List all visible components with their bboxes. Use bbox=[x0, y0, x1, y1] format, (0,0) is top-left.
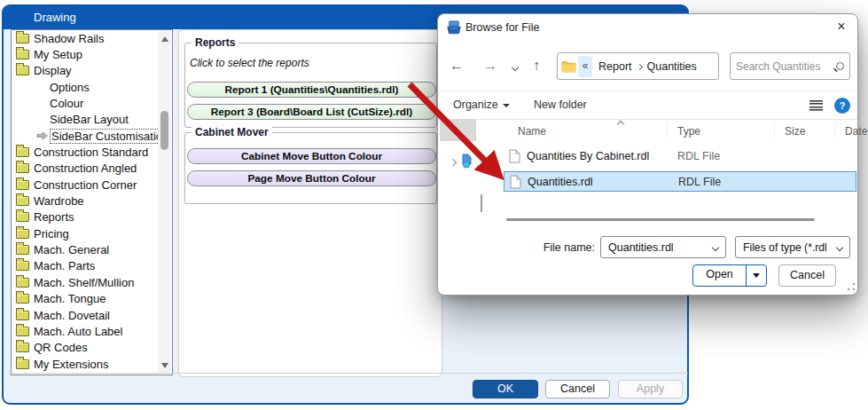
breadcrumb-separator-icon bbox=[636, 63, 642, 69]
tree-item-options[interactable]: Options bbox=[12, 79, 172, 95]
reports-group: Reports Click to select the reports Repo… bbox=[184, 43, 437, 128]
back-icon[interactable]: ← bbox=[450, 58, 464, 74]
tree-item-mach-auto-label[interactable]: Mach. Auto Label bbox=[12, 323, 172, 339]
folder-icon bbox=[16, 278, 29, 288]
search-input[interactable] bbox=[736, 60, 833, 73]
column-divider bbox=[667, 122, 668, 138]
scrollbar-thumb[interactable] bbox=[160, 111, 168, 150]
column-name[interactable]: Name bbox=[518, 125, 546, 138]
navpane-place-icon[interactable] bbox=[461, 154, 473, 169]
folder-icon bbox=[16, 50, 29, 59]
tree-item-wardrobe[interactable]: Wardrobe bbox=[12, 193, 172, 209]
folder-icon bbox=[16, 343, 29, 352]
folder-icon bbox=[16, 196, 29, 206]
breadcrumb-quantities[interactable]: Quantities bbox=[643, 60, 701, 73]
tree-item-my-setup[interactable]: My Setup bbox=[12, 46, 172, 62]
chevron-down-icon[interactable] bbox=[712, 243, 719, 250]
tree-item-colour[interactable]: Colour bbox=[12, 95, 172, 111]
breadcrumb-overflow-chevrons[interactable]: « bbox=[578, 56, 592, 77]
report3-button[interactable]: Report 3 (Board\Board List (CutSize).rdl… bbox=[187, 104, 436, 120]
folder-icon bbox=[16, 163, 29, 173]
folder-icon bbox=[16, 359, 29, 369]
column-divider bbox=[834, 122, 835, 138]
folder-icon bbox=[16, 294, 29, 304]
cabinet-mover-group-label: Cabinet Mover bbox=[192, 126, 272, 138]
file-row-quantities-selected[interactable]: Quantities.rdl RDL File bbox=[504, 171, 856, 192]
dialog-close-icon[interactable]: × bbox=[829, 17, 854, 36]
open-split-dropdown[interactable] bbox=[746, 265, 765, 286]
address-bar[interactable]: « Report Quantities bbox=[557, 52, 719, 80]
address-folder-icon bbox=[561, 60, 576, 73]
up-icon[interactable]: ↑ bbox=[533, 58, 540, 74]
tree-item-mach-shelf-mullion[interactable]: Mach. Shelf/Mullion bbox=[12, 274, 172, 290]
recent-locations-chevron-icon[interactable] bbox=[512, 64, 519, 71]
tree-item-my-extensions[interactable]: My Extensions bbox=[12, 356, 172, 372]
page-move-colour-button[interactable]: Page Move Button Colour bbox=[187, 170, 436, 186]
reports-hint: Click to select the reports bbox=[190, 57, 309, 69]
folder-icon bbox=[16, 261, 29, 271]
tree-item-mach-dovetail[interactable]: Mach. Dovetail bbox=[12, 307, 172, 323]
tree-item-mach-parts[interactable]: Mach. Parts bbox=[12, 258, 172, 274]
folder-icon bbox=[16, 229, 29, 239]
folder-icon bbox=[16, 212, 29, 222]
tree-item-mach-general[interactable]: Mach. General bbox=[12, 241, 172, 257]
open-button[interactable]: Open bbox=[692, 264, 767, 287]
cabinet-move-colour-button[interactable]: Cabinet Move Button Colour bbox=[187, 148, 436, 164]
tree-item-shadow-rails[interactable]: Shadow Rails bbox=[12, 30, 172, 46]
ok-button[interactable]: OK bbox=[473, 380, 538, 398]
file-name-combo bbox=[600, 236, 726, 258]
reports-group-label: Reports bbox=[192, 36, 239, 49]
sort-ascending-icon bbox=[617, 121, 624, 128]
screenshot-stage: Drawing × Shadow Rails My Setup Display … bbox=[0, 0, 868, 410]
tree-item-sidebar-customisation[interactable]: SideBar Customisation bbox=[12, 128, 172, 144]
breadcrumb-report[interactable]: Report bbox=[594, 60, 637, 73]
column-size[interactable]: Size bbox=[785, 125, 805, 138]
horizontal-scrollbar[interactable] bbox=[506, 218, 815, 221]
app-icon bbox=[446, 20, 462, 35]
folder-icon bbox=[16, 66, 29, 75]
navpane-scrollbar[interactable] bbox=[481, 194, 482, 212]
cabinet-mover-group: Cabinet Mover Cabinet Move Button Colour… bbox=[184, 132, 437, 204]
window-title: Drawing bbox=[34, 11, 76, 24]
drawing-cancel-button[interactable]: Cancel bbox=[545, 380, 610, 398]
tree-item-mach-tongue[interactable]: Mach. Tongue bbox=[12, 291, 172, 307]
help-icon[interactable]: ? bbox=[834, 98, 850, 114]
navpane-expander-icon[interactable] bbox=[450, 159, 457, 166]
dialog-cancel-button[interactable]: Cancel bbox=[778, 264, 836, 287]
browse-for-file-dialog: Browse for File × ← → ↑ « Report Quantit… bbox=[437, 13, 858, 296]
file-name-label: File name: bbox=[527, 241, 595, 254]
column-type[interactable]: Type bbox=[677, 125, 700, 138]
organize-caret-icon bbox=[503, 104, 510, 107]
column-divider bbox=[774, 122, 775, 138]
navpane-item[interactable] bbox=[440, 119, 476, 141]
file-row-quantities-by-cabinet[interactable]: Quantities By Cabinet.rdl RDL File bbox=[504, 146, 856, 167]
file-type-select[interactable]: Files of type (*.rdl bbox=[735, 236, 850, 258]
search-box bbox=[730, 52, 850, 80]
new-folder-button[interactable]: New folder bbox=[534, 99, 587, 111]
folder-icon bbox=[16, 311, 29, 320]
tree-scrollbar[interactable] bbox=[158, 31, 171, 374]
file-icon bbox=[510, 175, 521, 189]
tree-item-construction-angled[interactable]: Construction Angled bbox=[12, 161, 172, 177]
folder-icon bbox=[16, 147, 29, 157]
tree-item-reports[interactable]: Reports bbox=[12, 209, 172, 225]
tree-item-pricing[interactable]: Pricing bbox=[12, 225, 172, 241]
resize-grip[interactable] bbox=[848, 283, 855, 290]
tree-item-qr-codes[interactable]: QR Codes bbox=[12, 340, 172, 356]
tree-item-display[interactable]: Display bbox=[12, 63, 172, 79]
file-name-input[interactable] bbox=[608, 241, 709, 254]
tree-item-sidebar-layout[interactable]: SideBar Layout bbox=[12, 112, 172, 128]
organize-menu[interactable]: Organize bbox=[453, 99, 510, 111]
forward-icon[interactable]: → bbox=[483, 58, 497, 74]
scroll-up-icon[interactable] bbox=[161, 36, 168, 42]
list-view-icon[interactable] bbox=[809, 100, 823, 111]
search-icon bbox=[836, 62, 844, 70]
scroll-down-icon[interactable] bbox=[161, 363, 168, 368]
divider bbox=[438, 91, 857, 91]
column-date[interactable]: Date bbox=[845, 125, 867, 138]
tree-item-construction-corner[interactable]: Construction Corner bbox=[12, 177, 172, 193]
tree-item-construction-standard[interactable]: Construction Standard bbox=[12, 144, 172, 160]
selected-arrow-icon bbox=[36, 131, 48, 140]
report1-button[interactable]: Report 1 (Quantities\Quantities.rdl) bbox=[187, 82, 436, 98]
apply-button[interactable]: Apply bbox=[618, 380, 683, 398]
